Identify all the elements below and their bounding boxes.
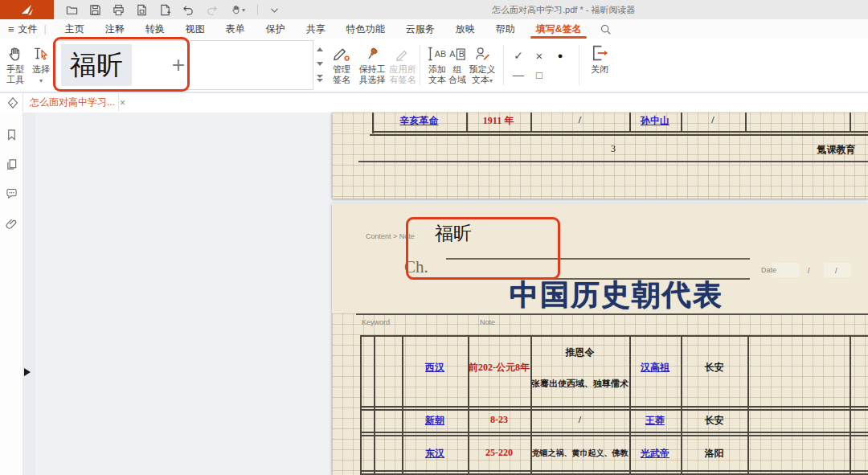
page2-title: 中国历史朝代表 [488,276,745,315]
pen-nib-icon[interactable] [6,96,19,113]
select-tool-icon [29,40,53,63]
menu-fill-sign[interactable]: 填写&签名 [526,19,592,39]
hand-tool-button[interactable]: 手型工具 [3,40,27,90]
dynasty-link[interactable]: 新朝 [402,414,468,428]
table-line [370,134,868,136]
events-line: / [530,414,629,426]
foxit-reader-window: ▾ 怎么面对高中学习.pdf * - 福昕阅读器 ≡ 文件 | 主页 注释 转换… [0,0,868,475]
square-symbol-button[interactable]: □ [529,66,550,84]
table-line [360,335,362,475]
active-document-tab[interactable]: 怎么面对高中学习... × [23,93,119,112]
date-field-month [772,263,800,277]
hamburger-icon[interactable]: ≡ [8,23,14,35]
dynasty-link[interactable]: 西汉 [402,361,468,375]
menu-cloud[interactable]: 云服务 [395,19,445,39]
manage-signature-label-1: 管理 [333,64,350,74]
menu-home[interactable]: 主页 [55,19,95,39]
save-icon[interactable] [88,2,102,17]
footer-brand: 氪课教育 [810,143,862,157]
hand-tool-icon [3,40,27,63]
close-fill-sign-button[interactable]: 关闭 [583,40,616,90]
undo-icon[interactable] [181,2,195,17]
print-icon[interactable] [111,2,125,17]
customize-toolbar-icon[interactable] [267,2,281,17]
scroll-down-button[interactable] [315,56,325,71]
date-field-day [824,263,851,277]
foxit-logo-icon [20,2,35,17]
scroll-more-button[interactable] [315,71,325,85]
apply-all-label-2: 有签名 [390,75,416,84]
open-folder-icon[interactable] [64,2,79,17]
attachments-panel-icon[interactable] [4,216,18,231]
bookmarks-panel-icon[interactable] [4,127,18,141]
predefined-text-label-1: 预定义 [469,64,496,74]
foxit-logo[interactable] [0,0,54,19]
dynasty-link[interactable]: 东汉 [402,447,468,461]
hand-pointer-icon[interactable]: ▾ [227,2,248,17]
predefined-text-icon [465,40,500,63]
keep-tool-label-1: 保持工 [359,64,386,74]
tab-close-icon[interactable]: × [120,97,125,109]
annotation-rectangle-page [406,217,560,280]
menu-protect[interactable]: 保护 [256,19,296,39]
page-number: 3 [597,143,629,155]
menu-convert[interactable]: 转换 [135,19,175,39]
keep-tool-label-2: 具选择 [359,75,386,84]
new-document-icon[interactable] [158,2,172,17]
export-document-icon[interactable] [134,2,149,17]
menu-help[interactable]: 帮助 [485,19,526,39]
menu-file[interactable]: 文件 [18,23,38,36]
menu-view[interactable]: 视图 [175,19,215,39]
menu-features[interactable]: 特色功能 [336,19,395,39]
select-tool-label: 选择 [32,64,50,74]
table-line [360,409,868,411]
years-value: 前202-公元8年 [468,361,530,375]
svg-text:B: B [459,49,465,59]
apply-all-signatures-button: 应用所有签名 [387,40,418,90]
window-title: 怎么面对高中学习.pdf * - 福昕阅读器 [492,0,635,19]
panel-expand-handle[interactable] [24,368,31,376]
table-line [745,113,747,131]
page1-link-person[interactable]: 孙中山 [629,114,681,128]
table-line [360,435,868,436]
select-tool-button[interactable]: 选择▾ [29,40,53,90]
dash-symbol-button[interactable]: — [508,66,529,84]
table-line [360,432,868,433]
manage-signature-label-2: 签名 [333,75,350,84]
section-rule [356,313,868,315]
manage-signature-icon [326,40,357,63]
svg-text:A: A [449,49,456,59]
founder-link[interactable]: 王莽 [629,414,681,428]
founder-link[interactable]: 光武帝 [629,447,681,461]
dot-symbol-button[interactable]: ● [550,47,571,64]
pages-panel-icon[interactable] [4,157,18,171]
table-line [360,470,868,472]
apply-signature-icon [387,40,418,63]
cross-symbol-button[interactable]: × [529,47,550,64]
founder-link[interactable]: 汉高祖 [629,361,681,375]
page1-link-event[interactable]: 辛亥革命 [372,114,466,128]
menu-share[interactable]: 共享 [296,19,336,39]
years-value: 25-220 [468,447,530,459]
menu-present[interactable]: 放映 [445,19,485,39]
keep-tool-selected-button[interactable]: 保持工具选择 [357,40,387,90]
menu-form[interactable]: 表单 [215,19,256,39]
manage-signature-button[interactable]: 管理签名 [326,40,357,90]
menu-comment[interactable]: 注释 [95,19,135,39]
events-line: 党锢之祸、黄巾起义、佛教 [530,448,629,459]
ribbon-separator [579,45,579,85]
predefined-text-label-2: 文本 [472,75,489,84]
footer-rule [358,161,868,162]
hand-pointer-dropdown-arrow: ▾ [242,6,245,14]
document-tab-bar: 怎么面对高中学习... × [0,93,868,113]
checkmark-symbol-button[interactable]: ✓ [508,47,529,64]
tab-title: 怎么面对高中学习... [30,96,115,109]
search-icon[interactable] [598,22,612,36]
page1-extra-value: / [681,114,745,126]
quick-access-toolbar: ▾ [64,0,281,19]
scroll-up-button[interactable] [315,42,325,56]
predefined-text-button[interactable]: 预定义文本▾ [465,40,500,90]
redo-icon[interactable] [204,2,219,17]
comments-panel-icon[interactable] [4,186,18,201]
date-slash-1: / [808,267,810,275]
